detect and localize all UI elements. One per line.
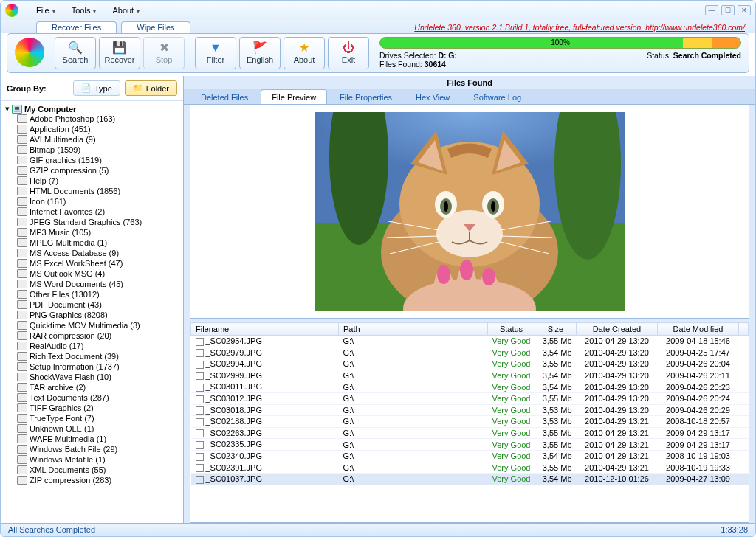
col-size[interactable]: Size: [535, 323, 577, 336]
search-button[interactable]: 🔍Search: [55, 37, 96, 69]
row-checkbox[interactable]: [196, 361, 204, 369]
tree-item[interactable]: GIF graphics (1519): [17, 155, 180, 165]
tab-hex-view[interactable]: Hex View: [405, 89, 461, 104]
col-filename[interactable]: Filename: [191, 323, 339, 336]
file-table[interactable]: Filename Path Status Size Date Created D…: [190, 322, 749, 523]
row-checkbox[interactable]: [196, 395, 204, 403]
table-row[interactable]: _SC02391.JPGG:\Very Good3,55 Mb2010-04-2…: [191, 462, 749, 474]
tree-item[interactable]: TrueType Font (7): [17, 413, 180, 423]
table-row[interactable]: _SC02979.JPGG:\Very Good3,54 Mb2010-04-2…: [191, 347, 749, 358]
table-row[interactable]: _SC02340.JPGG:\Very Good3,54 Mb2010-04-2…: [191, 450, 749, 462]
language-button[interactable]: 🚩English: [239, 37, 281, 69]
kitten-image-icon: [315, 112, 625, 311]
tree-item[interactable]: XML Documents (55): [17, 465, 180, 475]
menu-file[interactable]: File▾: [29, 4, 63, 16]
tree-item[interactable]: MS Access Database (9): [17, 248, 180, 258]
col-modified[interactable]: Date Modified: [658, 323, 739, 336]
tree-item[interactable]: GZIP compression (5): [17, 165, 180, 176]
search-icon: 🔍: [68, 42, 83, 54]
tab-deleted-files[interactable]: Deleted Files: [190, 89, 259, 104]
row-checkbox[interactable]: [196, 441, 204, 449]
table-row[interactable]: _SC02188.JPGG:\Very Good3,53 Mb2010-04-2…: [191, 416, 749, 428]
table-row[interactable]: _SC02954.JPGG:\Very Good3,55 Mb2010-04-2…: [191, 336, 749, 347]
tree-item[interactable]: MS Outlook MSG (4): [17, 268, 180, 279]
table-row[interactable]: _SC03018.JPGG:\Very Good3,53 Mb2010-04-2…: [191, 404, 749, 416]
col-path[interactable]: Path: [339, 323, 488, 336]
row-checkbox[interactable]: [196, 406, 204, 415]
table-row[interactable]: _SC03011.JPGG:\Very Good3,54 Mb2010-04-2…: [191, 381, 749, 393]
row-checkbox[interactable]: [196, 384, 204, 392]
close-button[interactable]: ✕: [738, 5, 751, 15]
row-checkbox[interactable]: [196, 476, 204, 484]
tab-recover-files[interactable]: Recover Files: [36, 21, 117, 33]
tree-root[interactable]: ▾ 💻 My Computer: [5, 104, 180, 114]
about-button[interactable]: ★About: [284, 37, 325, 69]
tree-item[interactable]: MPEG Multimedia (1): [17, 238, 180, 248]
tree-item[interactable]: Other Files (13012): [17, 289, 180, 299]
tab-file-preview[interactable]: File Preview: [261, 89, 327, 104]
row-checkbox[interactable]: [196, 349, 204, 357]
tree-item[interactable]: PDF Document (43): [17, 299, 180, 310]
row-checkbox[interactable]: [196, 372, 204, 380]
recover-button[interactable]: 💾Recover: [99, 37, 140, 69]
tree-item[interactable]: Rich Text Document (39): [17, 351, 180, 361]
tree-item[interactable]: WAFE Multimedia (1): [17, 434, 180, 444]
menu-about[interactable]: About▾: [105, 4, 147, 16]
table-row[interactable]: _SC02999.JPGG:\Very Good3,54 Mb2010-04-2…: [191, 370, 749, 381]
file-type-icon: [17, 414, 27, 423]
tree-item[interactable]: Windows Batch File (29): [17, 444, 180, 454]
tree-item[interactable]: Icon (161): [17, 196, 180, 207]
row-checkbox[interactable]: [196, 338, 204, 346]
table-row[interactable]: _SC03012.JPGG:\Very Good3,55 Mb2010-04-2…: [191, 392, 749, 404]
exit-button[interactable]: ⏻Exit: [328, 37, 369, 69]
row-checkbox[interactable]: [196, 464, 204, 472]
tree-item[interactable]: MS Word Documents (45): [17, 279, 180, 289]
file-type-icon: [17, 352, 27, 361]
tree-item[interactable]: ShockWave Flash (10): [17, 372, 180, 382]
tree-item[interactable]: Application (451): [17, 124, 180, 134]
menu-tools[interactable]: Tools▾: [64, 4, 104, 16]
filter-button[interactable]: ▼Filter: [195, 37, 236, 69]
tree-item[interactable]: Setup Information (1737): [17, 361, 180, 372]
table-row[interactable]: _SC02994.JPGG:\Very Good3,55 Mb2010-04-2…: [191, 358, 749, 370]
table-row[interactable]: _SC02263.JPGG:\Very Good3,55 Mb2010-04-2…: [191, 427, 749, 439]
tree-item[interactable]: AVI Multimedia (9): [17, 134, 180, 145]
group-by-type-button[interactable]: 📄Type: [73, 80, 120, 96]
tree-item[interactable]: RAR compression (20): [17, 330, 180, 341]
tree-item[interactable]: Windows Metafile (1): [17, 454, 180, 465]
file-type-icon: [17, 300, 27, 309]
maximize-button[interactable]: ☐: [721, 5, 735, 15]
table-row[interactable]: _SC01037.JPGG:\Very Good3,54 Mb2010-12-1…: [191, 474, 749, 485]
file-type-icon: [17, 311, 27, 319]
tree-item[interactable]: Bitmap (1599): [17, 145, 180, 155]
minimize-button[interactable]: —: [705, 5, 718, 15]
tree-item[interactable]: HTML Documents (1856): [17, 186, 180, 196]
tree-item[interactable]: Internet Favorites (2): [17, 207, 180, 217]
stop-button[interactable]: ✖Stop: [143, 37, 185, 69]
tree-item[interactable]: MP3 Music (105): [17, 227, 180, 238]
tree-item[interactable]: ZIP compression (283): [17, 475, 180, 485]
tree-item[interactable]: Adobe Photoshop (163): [17, 114, 180, 124]
tree-item[interactable]: JPEG Standard Graphics (763): [17, 217, 180, 227]
col-status[interactable]: Status: [488, 323, 535, 336]
tab-wipe-files[interactable]: Wipe Files: [121, 21, 190, 33]
tree-item[interactable]: Unknown OLE (1): [17, 423, 180, 434]
tree-item[interactable]: MS Excel WorkSheet (47): [17, 258, 180, 268]
tab-software-log[interactable]: Software Log: [462, 89, 532, 104]
tab-file-properties[interactable]: File Properties: [329, 89, 403, 104]
tree-item[interactable]: Quicktime MOV Multimedia (3): [17, 320, 180, 330]
col-created[interactable]: Date Created: [577, 323, 658, 336]
tree-item[interactable]: RealAudio (17): [17, 341, 180, 351]
table-row[interactable]: _SC02335.JPGG:\Very Good3,55 Mb2010-04-2…: [191, 439, 749, 451]
row-checkbox[interactable]: [196, 418, 204, 426]
version-info-link[interactable]: Undelete 360, version 2.1 Build 1, total…: [414, 23, 745, 32]
tree-item[interactable]: Help (7): [17, 176, 180, 186]
row-checkbox[interactable]: [196, 453, 204, 461]
group-by-folder-button[interactable]: 📁Folder: [125, 80, 177, 96]
tree-item[interactable]: PNG Graphics (8208): [17, 310, 180, 320]
row-checkbox[interactable]: [196, 429, 204, 437]
tree-item[interactable]: TIFF Graphics (2): [17, 403, 180, 413]
tree-item[interactable]: Text Documents (287): [17, 392, 180, 403]
tree-item[interactable]: TAR archive (2): [17, 382, 180, 392]
type-tree[interactable]: ▾ 💻 My Computer Adobe Photoshop (163)App…: [1, 101, 183, 526]
